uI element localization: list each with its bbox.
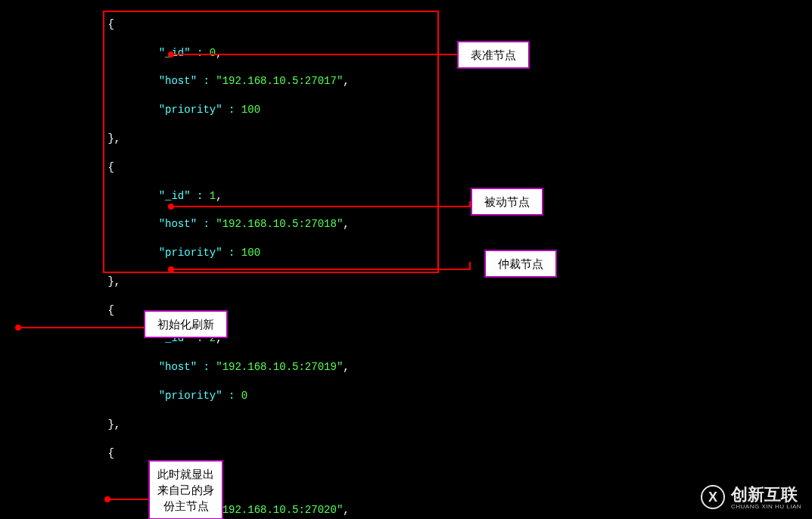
annotation-line — [20, 327, 144, 328]
label-identity-primary: 此时就显出 来自己的身 份主节点 — [148, 460, 223, 519]
code-line: "host" : "192.168.10.5:27018", — [6, 217, 806, 232]
annotation-line — [173, 54, 457, 55]
code-line: "host" : "192.168.10.5:27020", — [6, 503, 806, 517]
terminal-output: { "_id" : 0, "host" : "192.168.10.5:2701… — [0, 0, 812, 519]
annotation-line — [173, 206, 471, 207]
annotation-line — [469, 262, 471, 270]
label-passive-node: 被动节点 — [471, 188, 543, 216]
logo-text: 创新互联 — [731, 483, 801, 506]
code-line: { — [6, 446, 806, 461]
label-init-refresh: 初始化刷新 — [144, 310, 228, 338]
annotation-line — [173, 269, 471, 270]
code-line: "priority" : 100 — [6, 103, 806, 117]
annotation-line — [109, 499, 148, 500]
code-line: }, — [6, 132, 806, 146]
code-line: "_id" : 2, — [6, 331, 806, 346]
code-line: { — [6, 160, 806, 175]
code-line: "host" : "192.168.10.5:27017", — [6, 74, 806, 89]
code-line: "_id" : 1, — [6, 189, 806, 204]
code-line: "priority" : 100 — [6, 246, 806, 260]
logo-icon: X — [701, 485, 725, 509]
watermark-logo: X 创新互联 CHUANG XIN HU LIAN — [701, 483, 801, 511]
code-line: { — [6, 17, 806, 32]
code-line: "_id" : 3, — [6, 474, 806, 489]
code-line: "host" : "192.168.10.5:27019", — [6, 360, 806, 374]
label-arbiter-node: 仲裁节点 — [484, 250, 557, 278]
code-line: "priority" : 0 — [6, 389, 806, 403]
code-line: }, — [6, 275, 806, 289]
code-line: { — [6, 303, 806, 318]
logo-subtext: CHUANG XIN HU LIAN — [731, 503, 801, 511]
code-line: }, — [6, 418, 806, 432]
label-standard-node: 表准节点 — [457, 41, 530, 69]
